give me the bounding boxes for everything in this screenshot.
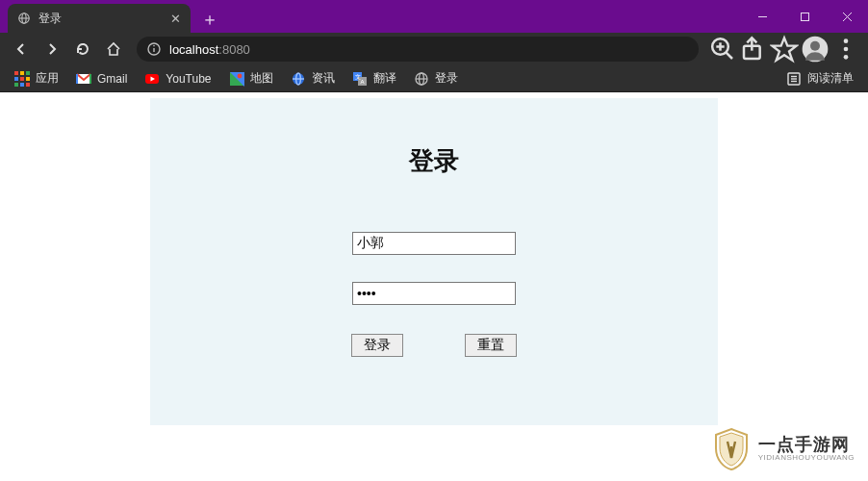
menu-icon[interactable]: [831, 36, 860, 63]
url-host: localhost: [169, 42, 218, 57]
zoom-icon[interactable]: [708, 36, 737, 63]
profile-icon[interactable]: [801, 36, 830, 63]
address-bar: localhost:8080: [0, 33, 868, 65]
minimize-button[interactable]: [741, 0, 783, 33]
page-viewport: 登录 登录 重置: [0, 92, 868, 481]
svg-point-9: [153, 45, 155, 47]
bookmark-label: YouTube: [166, 72, 211, 86]
tab-title: 登录: [38, 11, 163, 27]
maps-icon: [229, 71, 244, 87]
page-title: 登录: [150, 98, 718, 178]
watermark-en: YIDIANSHOUYOUWANG: [758, 454, 855, 462]
reload-button[interactable]: [69, 36, 96, 63]
bookmark-label: 资讯: [312, 70, 335, 87]
gmail-icon: [76, 71, 91, 87]
close-icon[interactable]: ✕: [170, 12, 181, 26]
browser-chrome: 登录 ✕ ＋: [0, 0, 868, 481]
bookmark-apps[interactable]: 应用: [8, 67, 65, 89]
reading-list-button[interactable]: 阅读清单: [779, 67, 860, 89]
submit-button[interactable]: 登录: [351, 334, 403, 357]
svg-point-20: [844, 55, 849, 60]
reading-list-label: 阅读清单: [807, 70, 854, 87]
close-window-button[interactable]: [826, 0, 868, 33]
bookmark-translate[interactable]: 文A 翻译: [345, 67, 403, 89]
maximize-button[interactable]: [783, 0, 826, 33]
bookmark-news[interactable]: 资讯: [284, 67, 342, 89]
site-info-icon[interactable]: [146, 41, 162, 57]
home-button[interactable]: [100, 36, 127, 63]
button-row: 登录 重置: [351, 334, 517, 357]
password-input[interactable]: [352, 282, 516, 305]
bookmark-maps[interactable]: 地图: [222, 67, 280, 89]
globe-icon: [17, 12, 31, 25]
bookmark-label: 翻译: [373, 70, 396, 87]
bookmark-login[interactable]: 登录: [407, 67, 465, 89]
youtube-icon: [144, 71, 160, 87]
back-button[interactable]: [8, 36, 35, 63]
svg-point-17: [810, 41, 820, 51]
login-form: 登录 重置: [150, 232, 718, 357]
svg-marker-15: [773, 38, 797, 60]
forward-button[interactable]: [38, 36, 65, 63]
window-controls: [741, 0, 868, 33]
url-input[interactable]: localhost:8080: [137, 37, 699, 62]
bookmark-label: 应用: [36, 70, 59, 87]
watermark-cn: 一点手游网: [758, 436, 855, 454]
globe-icon: [414, 71, 429, 87]
svg-text:A: A: [360, 79, 364, 85]
bookmark-star-icon[interactable]: [770, 36, 799, 63]
svg-point-19: [844, 47, 849, 52]
url-text: localhost:8080: [169, 42, 250, 57]
news-icon: [291, 71, 306, 87]
new-tab-button[interactable]: ＋: [196, 6, 223, 33]
svg-point-18: [844, 38, 849, 43]
svg-line-11: [726, 52, 732, 59]
translate-icon: 文A: [352, 71, 368, 87]
bookmark-label: Gmail: [97, 72, 127, 86]
bookmark-label: 地图: [250, 70, 273, 87]
browser-tab[interactable]: 登录 ✕: [8, 4, 191, 33]
bookmark-gmail[interactable]: Gmail: [69, 68, 134, 89]
username-input[interactable]: [352, 232, 516, 255]
shield-icon: [712, 427, 751, 471]
login-panel: 登录 登录 重置: [150, 98, 718, 425]
bookmark-label: 登录: [435, 70, 458, 87]
share-icon[interactable]: [739, 36, 768, 63]
titlebar: 登录 ✕ ＋: [0, 0, 868, 33]
reset-button[interactable]: 重置: [465, 334, 517, 357]
url-port: :8080: [218, 42, 250, 57]
watermark: 一点手游网 YIDIANSHOUYOUWANG: [712, 427, 855, 471]
apps-grid-icon: [14, 71, 30, 87]
bookmark-youtube[interactable]: YouTube: [138, 68, 217, 89]
reading-list-icon: [786, 71, 802, 87]
svg-point-28: [237, 73, 242, 78]
bookmarks-bar: 应用 Gmail YouTube 地图 资讯: [0, 65, 868, 92]
svg-rect-4: [801, 13, 808, 20]
